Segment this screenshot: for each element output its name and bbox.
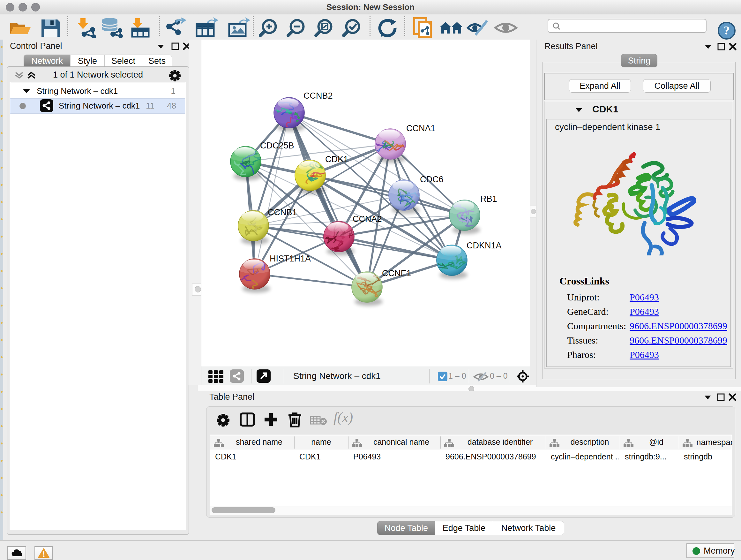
svg-text:CCNB1: CCNB1 (268, 207, 297, 217)
svg-text:CCNA2: CCNA2 (353, 214, 382, 224)
svg-text:?: ? (724, 23, 730, 37)
svg-text:CDKN1A: CDKN1A (467, 241, 502, 250)
svg-text:RB1: RB1 (480, 194, 497, 204)
svg-text:CDC6: CDC6 (420, 175, 444, 184)
svg-text:CDK1: CDK1 (325, 154, 348, 164)
svg-text:CCNB2: CCNB2 (304, 91, 333, 101)
svg-text:CCNE1: CCNE1 (382, 268, 411, 278)
svg-text:HIST1H1A: HIST1H1A (270, 254, 311, 263)
svg-text:CDC25B: CDC25B (260, 141, 294, 150)
svg-text:CCNA1: CCNA1 (406, 124, 435, 133)
